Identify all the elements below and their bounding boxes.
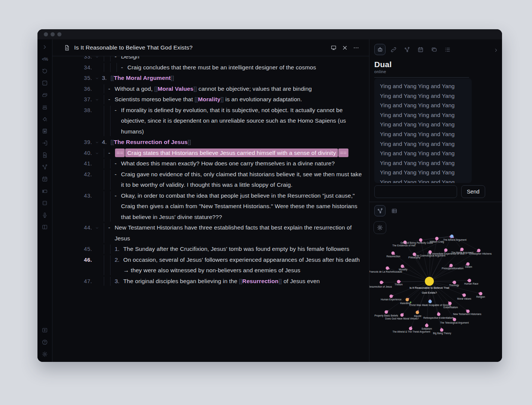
wiki-link[interactable]: The Moral Argument [114,75,171,81]
rail-button-gear[interactable] [42,351,48,357]
text-segment: What does this mean exactly? How does on… [121,160,335,166]
rail-button-chevron-right[interactable] [42,44,48,50]
rail-button-history[interactable] [42,68,48,74]
collapse-chevron-icon[interactable] [92,56,102,62]
editor-line-38[interactable]: 38.-If morality is defined by evolution,… [74,105,369,137]
editor-line-44[interactable]: 44.-New Testament Historians have three … [74,222,369,244]
editor-line-41[interactable]: 41.-What does this mean exactly? How doe… [74,158,369,169]
collapse-chevron-icon[interactable] [92,73,102,84]
monitor-button[interactable] [330,44,337,51]
close-button[interactable] [341,44,348,51]
graph-tab-table[interactable] [389,205,400,216]
graph-node-the-atheist-and-the-theist-argument[interactable] [409,327,412,330]
graph-node-christopher-hitchens[interactable] [477,249,481,252]
graph-node-retrospective-evidentialism[interactable] [437,313,441,316]
rail-button-paint-bucket[interactable] [42,116,48,122]
text-segment: Without a god, [115,86,154,92]
rail-button-cards[interactable] [42,92,48,98]
editor-line-39[interactable]: 39.4.[[The Resurrection of Jesus]] [74,137,369,148]
rail-button-layout[interactable] [42,224,48,230]
window-control-close[interactable] [44,32,48,36]
editor-line-37[interactable]: 37.-Scientists moreso believe that [[Mor… [74,94,369,105]
collapse-chevron-icon[interactable] [92,222,102,244]
graph-node-big-bang-theory[interactable] [440,328,444,332]
chat-input[interactable] [374,185,457,198]
graph-node-c[interactable] [425,277,434,286]
editor-line-36[interactable]: 36.-Without a god, [[Moral Values]] cann… [74,84,369,94]
graph-node-william-craig[interactable] [435,237,439,240]
editor-line-42[interactable]: 42.-Craig gave no evidence of this, only… [74,169,369,190]
graph-node-the-teleological-argument[interactable] [453,318,456,321]
rail-button-code-percent[interactable]: <% [42,56,48,62]
wiki-link[interactable]: The Resurrection of Jesus [114,139,188,145]
send-button[interactable]: Send [461,185,485,198]
rail-button-help[interactable] [42,339,48,345]
sidebar-tab-calendar[interactable] [415,44,426,55]
collapse-chevron-icon[interactable] [92,94,102,105]
collapse-chevron-icon[interactable] [92,137,102,148]
note-editor[interactable]: 33.-Design34.-Craig concludes that there… [52,56,369,362]
editor-line-43[interactable]: 43.-Okay, in order to combat the idea th… [74,190,369,223]
wallet-icon [42,188,48,194]
rail-button-tray[interactable] [42,104,48,110]
indent-guide [110,277,111,286]
rail-button-calendar-check[interactable] [42,176,48,182]
indent-guide [104,84,104,94]
indent-guide [110,56,111,62]
rail-button-graph[interactable] [42,164,48,170]
rail-button-mic[interactable] [42,212,48,218]
graph-node-moral-values[interactable] [463,294,466,297]
graph-node-the-immediate-experience-of-god[interactable] [444,249,448,252]
graph-node-human-race[interactable] [468,279,471,282]
editor-line-34[interactable]: 34.-Craig concludes that there must be a… [74,62,369,73]
wiki-link[interactable]: Morality [198,96,220,102]
graph-node-human-experience[interactable] [390,295,393,298]
collapse-sidebar-button[interactable] [493,48,499,53]
wiki-link[interactable]: Resurrection [242,278,279,284]
graph-node-resurrection[interactable] [392,252,395,255]
indent-guide [104,191,104,222]
sidebar-tab-link[interactable] [388,44,399,55]
editor-line-47[interactable]: 47.3.The original disciples began believ… [74,276,369,287]
graph-node-evidentialism[interactable] [448,302,452,305]
knowledge-graph[interactable]: The Existence of HellOn God Being Perfec… [369,232,502,345]
graph-node-the-athiest-argument[interactable] [450,235,454,238]
rail-button-dice-alt[interactable] [42,200,48,206]
sidebar-tab-graph[interactable] [401,44,412,55]
rail-button-dictionary[interactable] [42,128,48,134]
editor-line-33[interactable]: 33.-Design [74,56,369,62]
editor-line-45[interactable]: 45.1.The Sunday after the Crucifixion, J… [74,244,369,255]
rail-button-dice[interactable] [42,80,48,86]
graph-node-religion[interactable] [479,292,483,296]
graph-node-seedling[interactable] [406,298,409,302]
list-marker: - [108,94,115,105]
sidebar-tab-list[interactable] [442,44,453,55]
rail-button-file-search[interactable] [42,152,48,158]
graph-node-properly-basic-beliefs[interactable] [385,310,388,314]
editor-line-40[interactable]: 40.-== Craig states that Historians beli… [74,148,369,159]
graph-node-solipsism[interactable] [425,324,429,327]
window-control-minimize[interactable] [51,32,55,36]
editor-line-46[interactable]: 46.2.On occasion, several of Jesus' foll… [74,255,369,276]
graph-node-the-moral-argument[interactable] [460,248,464,251]
rail-button-sign-in[interactable] [42,140,48,146]
graph-node-christ-was-made-incapable-of-sinning[interactable] [429,300,432,303]
collapse-chevron-icon[interactable] [92,148,102,159]
graph-tab-graph[interactable] [374,205,386,216]
ellipsis-button[interactable] [353,44,359,51]
wiki-link[interactable]: Moral Values [158,86,194,92]
sidebar-tab-images[interactable] [428,44,439,55]
editor-line-35[interactable]: 35.3.[[The Moral Argument]] [74,73,369,84]
rail-button-wallet[interactable] [42,188,48,194]
rail-button-vault[interactable] [42,327,48,333]
graph-settings-button[interactable] [374,221,386,234]
graph-node-francois-de-la-rochefoucauld[interactable] [386,267,389,270]
graph-node-the-resurrection-of-jesus[interactable] [380,281,383,284]
window-control-zoom[interactable] [57,32,61,36]
graph-label-christopher-hitchens: Christopher Hitchens [469,252,492,255]
chat-message[interactable]: Ying and Yang Ying and Yang Ying and Yan… [374,78,472,183]
graph-node-does-god-have-moral-virtues[interactable] [400,314,404,317]
graph-node-quote[interactable] [416,311,419,314]
sidebar-tab-robot[interactable] [374,44,386,55]
graph-node-morality[interactable] [401,265,404,268]
